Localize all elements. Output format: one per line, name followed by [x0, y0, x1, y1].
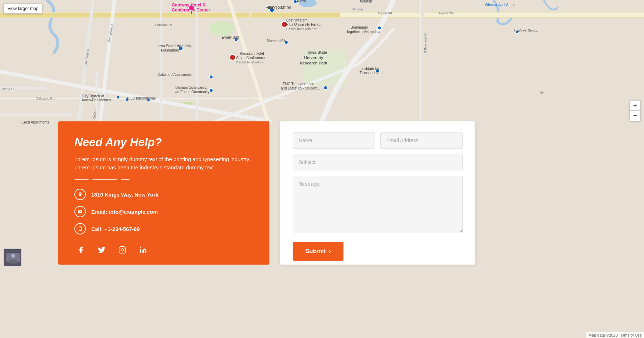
message-textarea[interactable] [293, 176, 463, 233]
contact-heading: Need Any Help? [74, 136, 253, 149]
twitter-icon[interactable] [95, 243, 108, 256]
svg-text:an Epcon Community: an Epcon Community [175, 90, 210, 94]
svg-point-88 [140, 247, 141, 248]
form-name-email-row [293, 132, 463, 149]
svg-point-2 [209, 21, 234, 36]
submit-button[interactable]: Submit › [293, 242, 343, 261]
facebook-icon[interactable] [74, 243, 87, 256]
svg-text:Casual hotel with free...: Casual hotel with free... [286, 27, 320, 31]
svg-text:Winsupply of Ames: Winsupply of Ames [485, 3, 515, 7]
svg-text:Oakwood Rd: Oakwood Rd [36, 97, 54, 100]
svg-text:Crest Apartments: Crest Apartments [21, 120, 49, 124]
svg-point-28 [209, 75, 213, 79]
svg-text:Institute for: Institute for [361, 67, 379, 71]
view-larger-map-button[interactable]: View larger map [4, 4, 42, 14]
svg-point-30 [117, 96, 119, 99]
svg-text:Iowa State: Iowa State [308, 50, 327, 54]
street-view-thumbnail[interactable] [4, 248, 21, 266]
contact-divider [74, 179, 253, 180]
svg-text:Biova: Biova [297, 0, 306, 3]
svg-text:University: University [304, 55, 323, 60]
svg-point-24 [293, 0, 297, 4]
svg-text:Worle Ln: Worle Ln [2, 87, 15, 91]
name-input[interactable] [293, 132, 375, 149]
contact-address-item: 1810 Kings Way, New York [74, 189, 253, 200]
svg-text:Boehringer: Boehringer [351, 25, 369, 29]
contact-phone: Call: +1-234-567-89 [91, 226, 140, 232]
svg-text:Research Park: Research Park [300, 61, 327, 65]
svg-text:Eyerly Ball: Eyerly Ball [222, 35, 239, 39]
zoom-out-button[interactable]: − [630, 111, 640, 121]
svg-text:Plus University Park...: Plus University Park... [286, 23, 321, 26]
svg-text:Ceda...: Ceda... [93, 109, 96, 119]
svg-text:Radisson Hotel: Radisson Hotel [240, 52, 264, 55]
map-zoom-controls: + − [630, 100, 640, 121]
svg-point-86 [121, 248, 123, 251]
zoom-in-button[interactable]: + [630, 101, 640, 111]
linkedin-icon[interactable] [137, 243, 150, 256]
social-icons-group [74, 243, 253, 256]
svg-point-29 [209, 88, 213, 92]
contact-email: Email: info@example.com [91, 209, 158, 215]
contact-form-panel: Submit › [280, 121, 475, 265]
svg-text:Ingelheim Vetmedica: Ingelheim Vetmedica [347, 30, 380, 34]
svg-text:Transportation: Transportation [360, 71, 382, 75]
contact-email-item: Email: info@example.com [74, 206, 253, 217]
svg-text:Biomat USA: Biomat USA [267, 39, 286, 43]
svg-text:CityChurch of: CityChurch of [82, 94, 104, 98]
svg-text:Conference Center: Conference Center [172, 8, 210, 13]
submit-arrow-icon: › [329, 247, 331, 255]
svg-text:Oakwood Apartments: Oakwood Apartments [157, 73, 192, 77]
contact-panel: Need Any Help? Lorem Ipsum is simply dum… [58, 121, 269, 265]
svg-point-23 [230, 54, 235, 60]
email-input[interactable] [380, 132, 463, 149]
svg-text:Hap's Air Servi...: Hap's Air Servi... [514, 29, 538, 32]
svg-point-83 [11, 254, 15, 258]
svg-text:Ames Conference...: Ames Conference... [236, 56, 268, 60]
svg-text:Casual hotel with a...: Casual hotel with a... [236, 61, 266, 64]
svg-text:Filling Station: Filling Station [265, 5, 291, 10]
address-icon [74, 189, 86, 200]
svg-text:Airport Rd: Airport Rd [377, 11, 392, 15]
svg-text:N Loop: N Loop [352, 8, 363, 11]
contact-phone-item: Call: +1-234-567-89 [74, 223, 253, 235]
svg-point-87 [124, 248, 125, 248]
svg-text:Gateway Hotel &: Gateway Hotel & [172, 3, 206, 8]
svg-text:Domani Courtyards,: Domani Courtyards, [175, 86, 207, 90]
submit-label: Submit [305, 248, 326, 255]
svg-text:Airport Rd: Airport Rd [438, 11, 453, 15]
svg-text:TMC Transportation: TMC Transportation [283, 82, 314, 86]
svg-point-35 [377, 26, 381, 30]
svg-text:Best Western: Best Western [286, 18, 308, 22]
svg-text:M...: M... [540, 91, 547, 95]
subject-input[interactable] [293, 154, 463, 170]
contact-description: Lorem Ipsum is simply dummy text of the … [74, 155, 253, 172]
contact-address: 1810 Kings Way, New York [91, 192, 158, 198]
svg-text:Iowa State University: Iowa State University [157, 44, 191, 48]
svg-rect-84 [10, 260, 17, 264]
phone-icon [74, 223, 86, 235]
svg-point-33 [324, 86, 327, 90]
svg-text:S Riverside Dr: S Riverside Dr [424, 32, 427, 53]
svg-text:Hamilton Dr: Hamilton Dr [155, 23, 172, 27]
svg-text:and Logistics - Student...: and Logistics - Student... [281, 86, 320, 90]
svg-text:BILD International: BILD International [127, 96, 156, 100]
svg-rect-85 [119, 247, 126, 253]
instagram-icon[interactable] [116, 243, 129, 256]
map-attribution: Map data ©2023 Terms of Use [586, 332, 644, 338]
svg-text:Ames-Des Moines: Ames-Des Moines [82, 98, 111, 102]
svg-text:Aerotek: Aerotek [360, 0, 372, 3]
email-icon [74, 206, 86, 217]
svg-text:Foundation: Foundation [161, 48, 179, 52]
